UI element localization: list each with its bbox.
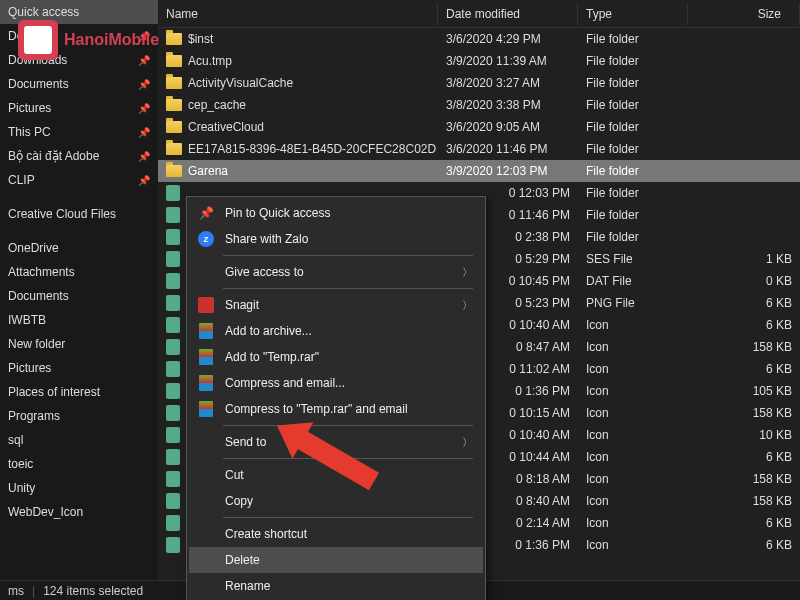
menu-create-shortcut[interactable]: Create shortcut [189,521,483,547]
folder-icon [166,165,182,177]
pin-icon: 📌 [138,55,150,66]
pin-icon: 📌 [138,151,150,162]
menu-share-zalo[interactable]: ZShare with Zalo [189,226,483,252]
folder-icon [166,33,182,45]
menu-compress-temp-email[interactable]: Compress to "Temp.rar" and email [189,396,483,422]
sidebar-item-new-folder[interactable]: New folder [0,332,158,356]
sidebar-item-iwbtb[interactable]: IWBTB [0,308,158,332]
table-row[interactable]: CreativeCloud3/6/2020 9:05 AMFile folder [158,116,800,138]
menu-pin-quick-access[interactable]: 📌Pin to Quick access [189,200,483,226]
status-items: ms [8,584,24,598]
folder-icon [166,55,182,67]
table-row[interactable]: Acu.tmp3/9/2020 11:39 AMFile folder [158,50,800,72]
sidebar-item-webdev[interactable]: WebDev_Icon [0,500,158,524]
snagit-icon [197,296,215,314]
file-icon [166,383,180,399]
file-icon [166,427,180,443]
table-row[interactable]: ActivityVisualCache3/8/2020 3:27 AMFile … [158,72,800,94]
rar-icon [197,400,215,418]
sidebar-item-this-pc[interactable]: This PC📌 [0,120,158,144]
table-row[interactable]: cep_cache3/8/2020 3:38 PMFile folder [158,94,800,116]
sidebar: Quick access Desktop📌 Downloads📌 Documen… [0,0,158,580]
pin-icon: 📌 [197,204,215,222]
menu-copy[interactable]: Copy [189,488,483,514]
table-row[interactable]: $inst3/6/2020 4:29 PMFile folder [158,28,800,50]
file-icon [166,295,180,311]
table-row[interactable]: EE17A815-8396-48E1-B45D-20CFEC28C02D3/6/… [158,138,800,160]
folder-icon [166,143,182,155]
sidebar-item-programs[interactable]: Programs [0,404,158,428]
sidebar-item-pictures2[interactable]: Pictures [0,356,158,380]
sidebar-item-sql[interactable]: sql [0,428,158,452]
menu-send-to[interactable]: Send to〉 [189,429,483,455]
file-icon [166,339,180,355]
chevron-right-icon: 〉 [462,435,473,450]
file-icon [166,229,180,245]
pin-icon: 📌 [138,103,150,114]
sidebar-item-clip[interactable]: CLIP📌 [0,168,158,192]
table-row[interactable]: Garena3/9/2020 12:03 PMFile folder [158,160,800,182]
sidebar-item-documents2[interactable]: Documents [0,284,158,308]
header-size[interactable]: Size [688,3,800,25]
chevron-right-icon: 〉 [462,298,473,313]
sidebar-item-adobe[interactable]: Bộ cài đặt Adobe📌 [0,144,158,168]
file-icon [166,251,180,267]
header-type[interactable]: Type [578,3,688,25]
sidebar-item-quick-access[interactable]: Quick access [0,0,158,24]
sidebar-item-documents[interactable]: Documents📌 [0,72,158,96]
header-name[interactable]: Name [158,3,438,25]
file-icon [166,515,180,531]
menu-rename[interactable]: Rename [189,573,483,599]
file-icon [166,317,180,333]
rar-icon [197,374,215,392]
sidebar-item-toeic[interactable]: toeic [0,452,158,476]
menu-cut[interactable]: Cut [189,462,483,488]
sidebar-item-desktop[interactable]: Desktop📌 [0,24,158,48]
pin-icon: 📌 [138,79,150,90]
context-menu: 📌Pin to Quick access ZShare with Zalo Gi… [186,196,486,600]
menu-delete[interactable]: Delete [189,547,483,573]
sidebar-item-pictures[interactable]: Pictures📌 [0,96,158,120]
file-icon [166,185,180,201]
pin-icon: 📌 [138,31,150,42]
sidebar-item-creative-cloud[interactable]: Creative Cloud Files [0,202,158,226]
file-icon [166,361,180,377]
sidebar-item-onedrive[interactable]: OneDrive [0,236,158,260]
rar-icon [197,348,215,366]
pin-icon: 📌 [138,127,150,138]
sidebar-item-places[interactable]: Places of interest [0,380,158,404]
file-icon [166,493,180,509]
menu-snagit[interactable]: Snagit〉 [189,292,483,318]
menu-add-archive[interactable]: Add to archive... [189,318,483,344]
pin-icon: 📌 [138,175,150,186]
menu-compress-email[interactable]: Compress and email... [189,370,483,396]
file-icon [166,471,180,487]
folder-icon [166,121,182,133]
file-icon [166,207,180,223]
file-icon [166,449,180,465]
file-icon [166,537,180,553]
folder-icon [166,99,182,111]
file-icon [166,273,180,289]
menu-add-temp-rar[interactable]: Add to "Temp.rar" [189,344,483,370]
chevron-right-icon: 〉 [462,265,473,280]
header-date[interactable]: Date modified [438,3,578,25]
menu-give-access[interactable]: Give access to〉 [189,259,483,285]
file-icon [166,405,180,421]
column-headers: Name Date modified Type Size [158,0,800,28]
sidebar-item-unity[interactable]: Unity [0,476,158,500]
zalo-icon: Z [197,230,215,248]
rar-icon [197,322,215,340]
sidebar-item-downloads[interactable]: Downloads📌 [0,48,158,72]
sidebar-item-attachments[interactable]: Attachments [0,260,158,284]
folder-icon [166,77,182,89]
status-selected: 124 items selected [43,584,143,598]
